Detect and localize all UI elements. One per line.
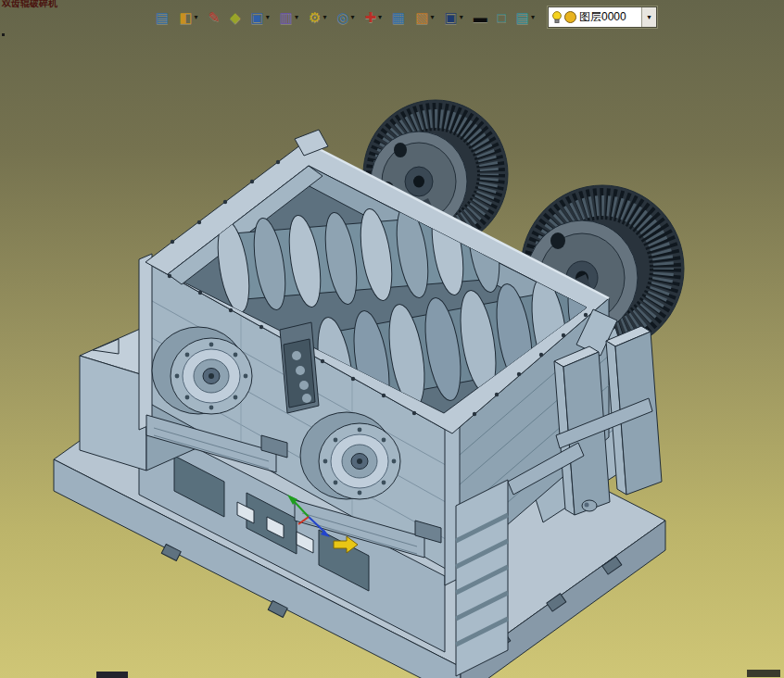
frame-icon: □ (498, 10, 506, 24)
chevron-down-icon: ▾ (266, 13, 270, 21)
chevron-down-icon: ▾ (430, 13, 434, 21)
center-support-column[interactable] (280, 322, 319, 413)
gear-tool-icon: ⚙ (309, 10, 321, 24)
sketch-pen-button[interactable]: ✎ (203, 7, 224, 28)
chevron-down-icon: ▾ (350, 13, 354, 21)
assembly-layers-button[interactable]: ▥▾ (275, 7, 303, 28)
measure-grid-button[interactable]: ▧▾ (411, 7, 438, 28)
sketch-pen-icon: ✎ (208, 10, 220, 24)
chevron-down-icon: ▾ (322, 13, 326, 21)
chevron-down-icon: ▾ (295, 13, 298, 21)
gear-tool-button[interactable]: ⚙▾ (304, 7, 331, 28)
assembly-layers-icon: ▥ (280, 10, 293, 24)
grid-icon: ▦ (392, 10, 405, 24)
grid-button[interactable]: ▦ (387, 7, 410, 28)
display-settings-button[interactable]: ▣▾ (439, 7, 467, 28)
measure-grid-icon: ▧ (415, 10, 428, 24)
layer-visibility-bulb-icon (551, 11, 563, 24)
layer-dropdown-button[interactable]: ▼ (641, 7, 656, 27)
layer-name-label: 图层0000 (579, 9, 626, 25)
move-tool-button[interactable]: ✚▾ (360, 7, 387, 28)
sheet-set-button[interactable]: ▤▾ (512, 7, 539, 28)
frame-button[interactable]: □ (493, 7, 511, 28)
open-view-icon: ▤ (156, 10, 169, 24)
chevron-down-icon: ▾ (460, 13, 463, 21)
display-settings-icon: ▣ (444, 10, 457, 24)
chevron-down-icon: ▾ (531, 13, 535, 21)
layer-color-swatch (564, 11, 576, 23)
open-view-button[interactable]: ▤ (151, 7, 173, 28)
line-width-button[interactable]: ▬ (469, 7, 492, 28)
chevron-down-icon: ▾ (194, 13, 197, 21)
screen-artifact-bottom-right (747, 670, 780, 677)
screen-artifact-bottom-left (96, 672, 128, 678)
render-mode-icon: ◧ (179, 10, 192, 24)
base-shaft-stub[interactable] (582, 500, 597, 511)
cad-application-window: { "window": { "title_fragment": "双齿辊破碎机"… (0, 0, 784, 678)
dropdown-arrow-icon: ▼ (646, 14, 652, 20)
move-tool-icon: ✚ (365, 10, 377, 24)
solid-feature-icon: ▣ (251, 10, 264, 24)
layer-selector[interactable]: 图层0000 ▼ (548, 6, 657, 28)
line-width-icon: ▬ (474, 10, 487, 24)
zoom-view-icon: ◎ (336, 10, 348, 24)
screen-artifact-dot (2, 33, 5, 36)
model-viewport[interactable] (0, 0, 784, 678)
zoom-view-button[interactable]: ◎▾ (332, 7, 359, 28)
solid-feature-button[interactable]: ▣▾ (247, 7, 274, 28)
main-toolbar: ▤ ◧▾ ✎ ◆ ▣▾ ▥▾ ⚙▾ ◎▾ ✚▾ ▦ ▧▾ ▣▾ ▬ □ ▤▾ 图… (151, 6, 657, 28)
render-mode-button[interactable]: ◧▾ (174, 7, 202, 28)
color-palette-button[interactable]: ◆ (225, 7, 246, 28)
color-palette-icon: ◆ (230, 10, 241, 24)
crusher-model[interactable] (54, 100, 684, 678)
sheet-set-icon: ▤ (516, 10, 529, 24)
window-title-fragment: 双齿辊破碎机 (2, 0, 57, 10)
chevron-down-icon: ▾ (378, 13, 382, 21)
